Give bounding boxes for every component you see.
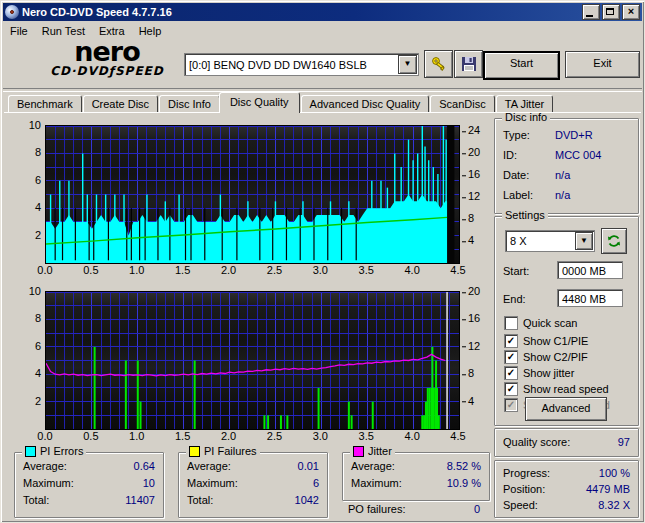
y-axis-right-tick: 8 [462, 212, 488, 224]
save-icon [461, 56, 477, 72]
y-axis-left-tick: 2 [15, 395, 41, 407]
progress-group: Progress:100 % Position:4479 MB Speed:8.… [494, 460, 639, 518]
drive-select[interactable]: [0:0] BENQ DVD DD DW1640 BSLB ▼ [184, 53, 419, 76]
pi-failures-caption-text: PI Failures [204, 445, 257, 457]
checkbox-box: ✓ [504, 382, 518, 396]
scan-speed-value: 8 X [506, 235, 574, 247]
close-button[interactable]: × [622, 4, 640, 20]
maximize-icon [606, 8, 614, 15]
show-jitter-label: Show jitter [523, 367, 574, 379]
pi-failures-group: PI Failures Average:0.01 Maximum:6 Total… [178, 452, 328, 518]
speed-value: 8.32 X [598, 499, 630, 511]
show-c1-pie-checkbox[interactable]: ✓ Show C1/PIE [504, 334, 588, 348]
tab-strip: Benchmark Create Disc Disc Info Disc Qua… [8, 93, 637, 113]
keys-icon [430, 55, 448, 73]
y-axis-right-tick: 16 [462, 169, 488, 181]
y-axis-left-tick: 10 [15, 119, 41, 131]
show-c2-pif-label: Show C2/PIF [523, 351, 588, 363]
refresh-button[interactable] [601, 228, 627, 254]
scan-start-label: Start: [503, 265, 529, 277]
y-axis-left-tick: 4 [15, 201, 41, 213]
tab-create-disc[interactable]: Create Disc [83, 95, 158, 113]
y-axis-left-tick: 6 [15, 340, 41, 352]
tab-ta-jitter[interactable]: TA Jitter [496, 95, 554, 113]
tab-disc-info[interactable]: Disc Info [159, 95, 220, 113]
show-read-speed-checkbox[interactable]: ✓ Show read speed [504, 382, 609, 396]
tab-scandisc[interactable]: ScanDisc [430, 95, 494, 113]
y-axis-left-tick: 4 [15, 367, 41, 379]
x-axis-tick: 1.0 [122, 430, 152, 442]
pif-total-value: 1042 [295, 494, 319, 506]
lock-drive-button[interactable] [424, 50, 453, 78]
show-c2-pif-checkbox[interactable]: ✓ Show C2/PIF [504, 350, 588, 364]
pie-average-label: Average: [23, 460, 67, 472]
jitter-average-value: 8.52 % [447, 460, 481, 472]
jitter-average-label: Average: [351, 460, 395, 472]
toolbar: nero CD·DVDƒSPEED [0:0] BENQ DVD DD DW16… [4, 39, 641, 87]
toolbar-separator [3, 88, 642, 92]
x-axis-tick: 1.5 [168, 430, 198, 442]
x-axis-tick: 4.5 [443, 264, 473, 276]
checkbox-box: ✓ [504, 366, 518, 380]
checkbox-box [504, 316, 518, 330]
x-axis-tick: 1.0 [122, 264, 152, 276]
show-jitter-checkbox[interactable]: ✓ Show jitter [504, 366, 574, 380]
position-value: 4479 MB [586, 483, 630, 495]
x-axis-tick: 0.0 [30, 264, 60, 276]
cddvdspeed-logo-text: CD·DVDƒSPEED [32, 64, 182, 78]
tab-page-border [4, 112, 641, 115]
tab-disc-quality[interactable]: Disc Quality [219, 92, 300, 113]
quality-score-group: Quality score:97 [494, 428, 639, 457]
disc-type-value: DVD+R [555, 129, 593, 141]
save-results-button[interactable] [454, 50, 483, 78]
pie-maximum-label: Maximum: [23, 477, 74, 489]
menu-file[interactable]: File [4, 24, 34, 38]
disc-type-label: Type: [503, 129, 530, 141]
disc-label-label: Label: [503, 189, 533, 201]
advanced-button[interactable]: Advanced [525, 397, 607, 421]
x-axis-tick: 0.5 [76, 264, 106, 276]
progress-value: 100 % [599, 467, 630, 479]
disc-id-value: MCC 004 [555, 149, 601, 161]
chevron-down-icon[interactable]: ▼ [398, 55, 417, 74]
maximize-button[interactable] [602, 4, 620, 20]
tab-benchmark[interactable]: Benchmark [8, 95, 82, 113]
disc-id-label: ID: [503, 149, 517, 161]
scan-start-input[interactable]: 0000 MB [557, 261, 623, 279]
chevron-down-icon[interactable]: ▼ [575, 232, 593, 250]
jitter-maximum-value: 10.9 % [447, 477, 481, 489]
minimize-button[interactable] [582, 4, 600, 20]
pif-maximum-label: Maximum: [187, 477, 238, 489]
quality-score-label: Quality score: [503, 436, 570, 448]
pie-total-value: 11407 [125, 494, 155, 506]
settings-caption: Settings [502, 209, 548, 221]
checkbox-box: ✓ [504, 334, 518, 348]
scan-speed-select[interactable]: 8 X ▼ [505, 230, 595, 252]
pi-errors-caption: PI Errors [22, 445, 86, 457]
pi-failures-legend-icon [189, 446, 200, 457]
x-axis-tick: 2.5 [259, 264, 289, 276]
show-c1-pie-label: Show C1/PIE [523, 335, 588, 347]
checkbox-box: ✓ [504, 398, 518, 412]
progress-label: Progress: [503, 467, 550, 479]
y-axis-right-tick: 4 [462, 234, 488, 246]
pif-maximum-value: 6 [313, 477, 319, 489]
tab-advanced-disc-quality[interactable]: Advanced Disc Quality [301, 95, 430, 113]
pi-failures-jitter-chart: 246810481216200.00.51.01.52.02.53.03.54.… [12, 291, 488, 443]
pi-errors-plot [45, 125, 460, 264]
y-axis-right-tick: 20 [462, 285, 488, 297]
scan-end-input[interactable]: 4480 MB [557, 289, 623, 307]
pi-errors-chart: 24681048121620240.00.51.01.52.02.53.03.5… [12, 125, 488, 277]
x-axis-tick: 3.0 [305, 264, 335, 276]
pif-total-label: Total: [187, 494, 213, 506]
x-axis-tick: 4.0 [397, 264, 427, 276]
x-axis-tick: 3.0 [305, 430, 335, 442]
y-axis-right-tick: 24 [462, 125, 488, 137]
start-button[interactable]: Start [483, 51, 560, 80]
quality-score-value: 97 [618, 436, 630, 448]
quick-scan-checkbox[interactable]: Quick scan [504, 316, 577, 330]
nero-logo-text: nero [32, 40, 182, 64]
x-axis-tick: 2.0 [214, 264, 244, 276]
y-axis-left-tick: 6 [15, 174, 41, 186]
exit-button[interactable]: Exit [565, 51, 640, 78]
